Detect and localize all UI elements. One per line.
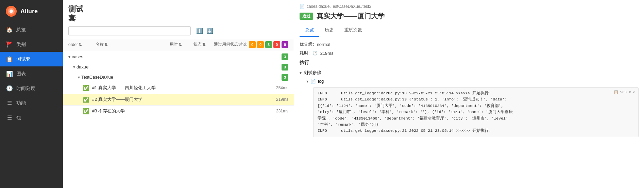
chart-icon: 📊: [6, 70, 13, 77]
duration-row: 耗时: 🕐 219ms: [300, 50, 639, 56]
filter-badge-0[interactable]: 0: [249, 41, 256, 48]
pass-icon-3: ✅: [83, 108, 89, 114]
detail-tabs: 总览 历史 重试次数: [300, 24, 639, 37]
col-status-header[interactable]: 状态 ⇅: [193, 42, 214, 47]
maximize-icon[interactable]: ✕: [632, 90, 635, 96]
test-item-2[interactable]: ✅ #2 真实大学——厦门大学 219ms: [63, 94, 294, 106]
exec-title: 执行: [300, 60, 639, 66]
filter-badge-2[interactable]: 3: [265, 41, 272, 48]
filter-badge-1[interactable]: 0: [257, 41, 264, 48]
log-block: 📋 563 B ✕ INFO utils.get_logger:daxue.py…: [313, 87, 639, 137]
logo-area: Allure: [0, 0, 63, 22]
breadcrumb: 📄 cases.daxue.TestCaseDaXue#test2: [300, 4, 639, 9]
duration-label: 耗时:: [300, 50, 310, 56]
steps-section: ▾ 测试步骤 ▾ 📄 log 📋 563 B ✕: [300, 68, 639, 137]
steps-header[interactable]: ▾ 测试步骤: [300, 68, 639, 77]
info-icon[interactable]: ℹ️: [196, 28, 203, 34]
tree-node-daxue[interactable]: ▾ daxue 3: [63, 62, 294, 72]
clock-icon: 🕐: [6, 85, 13, 92]
tab-overview[interactable]: 总览: [300, 24, 319, 37]
col-order-header[interactable]: order ⇅: [68, 42, 96, 47]
daxue-expand-icon: ▾: [73, 65, 75, 69]
app-name: Allure: [20, 8, 38, 15]
test-duration-3: 231ms: [268, 109, 288, 113]
detail-panel: 📄 cases.daxue.TestCaseDaXue#test2 通过 真实大…: [294, 0, 644, 188]
daxue-count: 3: [282, 64, 288, 70]
sidebar-item-overview[interactable]: 🏠 总览: [0, 22, 63, 37]
testcase-count: 3: [282, 74, 288, 81]
sidebar-item-label-overview: 总览: [16, 27, 26, 33]
log-step: ▾ 📄 log 📋 563 B ✕ INFO utils.get_logger:…: [300, 77, 639, 137]
filter-badge-4[interactable]: 0: [282, 41, 288, 48]
cases-expand-icon: ▾: [68, 54, 70, 59]
detail-header: 📄 cases.daxue.TestCaseDaXue#test2 通过 真实大…: [294, 0, 644, 37]
pass-badge: 通过: [300, 13, 313, 20]
sidebar-item-packages[interactable]: ☰ 包: [0, 110, 63, 125]
test-name-2: #2 真实大学——厦门大学: [92, 96, 268, 103]
tree-node-testcase[interactable]: ▾ TestCaseDaXue 3: [63, 72, 294, 82]
toolbar-icons: ℹ️ ⬇️: [196, 28, 213, 34]
sidebar-item-label-features: 功能: [16, 100, 26, 106]
sidebar-nav: 🏠 总览 🚩 类别 📋 测试套 📊 图表 🕐 时间刻度 ☰ 功能 ☰ 包: [0, 22, 63, 188]
order-sort-icon: ⇅: [79, 42, 82, 47]
sidebar-item-categories[interactable]: 🚩 类别: [0, 37, 63, 52]
sidebar-item-timeline[interactable]: 🕐 时间刻度: [0, 81, 63, 96]
copy-icon: 📋: [614, 90, 618, 96]
search-input[interactable]: [68, 26, 191, 35]
cases-label: cases: [72, 54, 282, 59]
col-duration-header[interactable]: 用时 ⇅: [170, 42, 193, 47]
breadcrumb-file-icon: 📄: [300, 4, 305, 9]
suite-toolbar: ℹ️ ⬇️: [68, 26, 288, 35]
test-duration-1: 254ms: [268, 85, 288, 90]
filter-badge-3[interactable]: 0: [273, 41, 280, 48]
pass-icon-1: ✅: [83, 85, 89, 91]
breadcrumb-text: cases.daxue.TestCaseDaXue#test2: [307, 4, 371, 9]
test-duration-2: 219ms: [268, 97, 288, 102]
sidebar-item-label-packages: 包: [16, 115, 21, 121]
detail-title-row: 通过 真实大学——厦门大学: [300, 12, 639, 21]
tree-node-cases[interactable]: ▾ cases 3: [63, 52, 294, 62]
suite-panel: 测试套 ℹ️ ⬇️ order ⇅ 名称 ⇅ 用时 ⇅: [63, 0, 294, 188]
detail-title: 真实大学——厦门大学: [317, 12, 385, 21]
packages-icon: ☰: [6, 114, 13, 121]
tree-container: ▾ cases 3 ▾ daxue 3 ▾ TestCaseDaXue 3 ✅ …: [63, 50, 294, 188]
col-name-header[interactable]: 名称 ⇅: [96, 42, 170, 47]
sidebar-item-label-categories: 类别: [16, 42, 26, 48]
daxue-label: daxue: [77, 64, 282, 69]
testcase-label: TestCaseDaXue: [81, 75, 282, 80]
clock-inline-icon: 🕐: [312, 51, 318, 56]
sidebar-item-graphs[interactable]: 📊 图表: [0, 66, 63, 81]
features-icon: ☰: [6, 100, 13, 106]
log-step-header[interactable]: ▾ 📄 log: [306, 77, 639, 85]
allure-logo-icon: [5, 5, 17, 17]
sidebar-item-label-timeline: 时间刻度: [16, 85, 35, 92]
test-item-3[interactable]: ✅ #3 不存在的大学 231ms: [63, 106, 294, 117]
flag-icon: 🚩: [6, 41, 13, 48]
col-headers: order ⇅ 名称 ⇅ 用时 ⇅ 状态 ⇅ 通过用例状态过滤: 0 0 3 0: [63, 39, 294, 50]
sidebar-item-features[interactable]: ☰ 功能: [0, 96, 63, 110]
test-item-1[interactable]: ✅ #1 真实大学——四川轻化工大学 254ms: [63, 82, 294, 94]
sidebar-item-suites[interactable]: 📋 测试套: [0, 52, 63, 66]
priority-row: 优先级: normal: [300, 41, 639, 47]
log-label: log: [318, 79, 324, 84]
duration-sort-icon: ⇅: [179, 42, 182, 47]
log-file-icon: 📄: [310, 79, 316, 84]
duration-value: 219ms: [320, 51, 334, 56]
pass-icon-2: ✅: [83, 96, 89, 103]
sidebar-item-label-suites: 测试套: [16, 56, 31, 62]
suite-header: 测试套 ℹ️ ⬇️: [63, 0, 294, 39]
log-expand-icon: ▾: [306, 79, 308, 84]
suites-icon: 📋: [6, 56, 13, 62]
tab-history[interactable]: 历史: [319, 24, 339, 37]
main-area: 测试套 ℹ️ ⬇️ order ⇅ 名称 ⇅ 用时 ⇅: [63, 0, 644, 188]
home-icon: 🏠: [6, 27, 13, 33]
status-sort-icon: ⇅: [202, 42, 206, 47]
filter-label: 通过用例状态过滤: 0 0 3 0 0: [214, 41, 288, 48]
download-icon[interactable]: ⬇️: [206, 28, 213, 34]
sidebar-item-label-graphs: 图表: [16, 71, 26, 77]
sidebar: Allure 🏠 总览 🚩 类别 📋 测试套 📊 图表 🕐 时间刻度 ☰ 功能 …: [0, 0, 63, 188]
testcase-expand-icon: ▾: [78, 75, 80, 80]
name-sort-icon: ⇅: [104, 42, 108, 47]
tab-retries[interactable]: 重试次数: [339, 24, 368, 37]
priority-label: 优先级:: [300, 41, 314, 47]
